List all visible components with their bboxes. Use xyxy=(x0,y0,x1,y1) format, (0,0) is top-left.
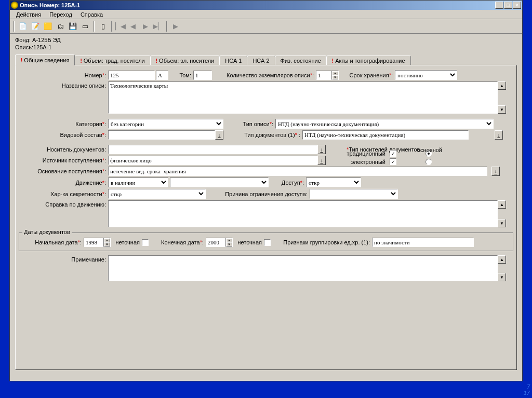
end-inexact-checkbox[interactable] xyxy=(264,239,271,246)
name-textarea[interactable]: Технологические карты xyxy=(108,81,498,114)
carrier-doc-input[interactable] xyxy=(108,145,317,154)
folder-icon[interactable]: 🗂 xyxy=(55,21,66,32)
species-input[interactable] xyxy=(108,130,215,140)
end-date-spinner[interactable]: ▲▼ xyxy=(206,238,233,247)
copies-spinner[interactable]: ▲▼ xyxy=(316,71,339,80)
save-icon[interactable]: 💾 xyxy=(67,21,78,32)
grouping-input[interactable] xyxy=(372,238,474,247)
opis-value: 125А-1 xyxy=(33,44,51,50)
card-icon[interactable]: ▭ xyxy=(79,21,91,32)
category-select[interactable]: без категории xyxy=(108,119,223,129)
movement-ref-label: Справка по движению: xyxy=(19,200,108,208)
first-icon[interactable]: ▏◀ xyxy=(115,21,126,32)
tab-phys[interactable]: Физ. состояние xyxy=(275,56,327,65)
scroll-down-icon[interactable]: ▼ xyxy=(498,105,506,114)
picker-icon[interactable]: ↓ xyxy=(495,130,503,140)
access-select[interactable]: откр xyxy=(306,177,361,187)
source-input[interactable] xyxy=(108,156,317,165)
prev-icon[interactable]: ◀ xyxy=(127,21,139,32)
menu-goto[interactable]: Переход xyxy=(45,10,76,19)
electronic-checkbox[interactable]: ✓ xyxy=(390,158,396,165)
scroll-up-icon[interactable]: ▲ xyxy=(498,200,506,209)
opis-type-label: Тип описи xyxy=(243,121,269,127)
picker-icon[interactable]: ↓ xyxy=(215,130,223,140)
storage-select[interactable]: постоянно xyxy=(395,70,457,80)
toolbar-sep xyxy=(94,21,95,32)
electronic-radio[interactable] xyxy=(425,159,432,165)
electronic-label: электронный xyxy=(341,159,385,165)
scroll-down-icon[interactable]: ▼ xyxy=(498,273,506,281)
flag-icon[interactable]: ▶ xyxy=(170,21,181,32)
species-label: Видовой состав xyxy=(60,132,102,138)
movement-select-2[interactable] xyxy=(170,177,269,187)
number-label: Номер xyxy=(85,72,102,78)
required-icon: ! xyxy=(80,58,82,64)
copy-icon[interactable]: 📄 xyxy=(17,21,29,32)
restrict-reason-select[interactable] xyxy=(310,189,398,199)
doc-type-input[interactable] xyxy=(302,130,469,140)
info-area: Фонд: А-125Б ЭД Опись:125А-1 xyxy=(10,34,522,53)
menu-actions[interactable]: Действия xyxy=(12,10,45,19)
spin-up-icon[interactable]: ▲ xyxy=(226,238,232,242)
source-label: Источник поступления xyxy=(43,157,102,163)
minimize-button[interactable]: _ xyxy=(495,2,503,9)
number-input[interactable] xyxy=(108,71,155,80)
layout-icon[interactable]: ▯ xyxy=(97,21,109,32)
picker-icon[interactable]: ↓ xyxy=(491,167,500,176)
spin-down-icon[interactable]: ▼ xyxy=(104,242,110,246)
dates-fieldset: Даты документов Начальная дата*: ▲▼ нето… xyxy=(19,232,513,251)
spin-up-icon[interactable]: ▲ xyxy=(104,238,110,242)
opis-label: Опись: xyxy=(15,44,33,50)
spin-down-icon[interactable]: ▼ xyxy=(332,75,338,79)
traditional-checkbox[interactable]: ✓ xyxy=(390,150,396,157)
tab-nsa2[interactable]: НСА 2 xyxy=(247,56,275,65)
start-date-spinner[interactable]: ▲▼ xyxy=(84,238,111,247)
tom-input[interactable] xyxy=(193,71,212,80)
movement-label: Движение xyxy=(75,180,102,186)
secrecy-select[interactable]: откр xyxy=(108,189,206,199)
picker-icon[interactable]: ↓ xyxy=(317,145,326,154)
copies-label: Количество экземпляров описи xyxy=(227,72,310,78)
opis-type-select[interactable]: НТД (научно-техническая документация) xyxy=(275,119,494,129)
name-label: Название описи: xyxy=(19,81,108,89)
note-textarea[interactable] xyxy=(108,255,498,281)
tab-volume-el[interactable]: !Объем: эл. носители xyxy=(150,56,220,65)
toolbar-sep xyxy=(166,21,167,32)
tab-acts[interactable]: !Акты и топографирование xyxy=(326,56,411,65)
spin-up-icon[interactable]: ▲ xyxy=(332,71,338,75)
basis-input[interactable] xyxy=(108,167,487,176)
movement-select[interactable]: в наличии xyxy=(108,177,168,187)
next-icon[interactable]: ▶ xyxy=(140,21,151,32)
scroll-up-icon[interactable]: ▲ xyxy=(498,255,506,264)
number-suffix-input[interactable] xyxy=(156,71,168,80)
start-date-label: Начальная дата xyxy=(35,239,77,245)
edit-icon[interactable]: 📝 xyxy=(30,21,41,32)
scroll-down-icon[interactable]: ▼ xyxy=(498,219,506,227)
spin-down-icon[interactable]: ▼ xyxy=(226,242,232,246)
traditional-label: традиционный xyxy=(341,150,385,157)
tab-nsa1[interactable]: НСА 1 xyxy=(219,56,247,65)
calc-icon[interactable]: 🟨 xyxy=(42,21,54,32)
toolbar-sep xyxy=(111,21,112,32)
movement-ref-textarea[interactable] xyxy=(108,200,498,227)
main-window: Опись Номер: 125А-1 _ □ × Действия Перех… xyxy=(9,0,523,381)
end-date-label: Конечная дата xyxy=(161,239,200,245)
storage-label: Срок хранения xyxy=(350,72,389,78)
start-inexact-checkbox[interactable] xyxy=(142,239,149,246)
menu-help[interactable]: Справка xyxy=(76,10,107,19)
tab-panel: Номер*: Том: Количество экземпляров опис… xyxy=(15,65,517,370)
doc-type-label: Тип документов (1) xyxy=(244,132,295,138)
required-icon: ! xyxy=(21,58,22,63)
tab-volume-trad[interactable]: !Объем: трад. носители xyxy=(74,56,150,65)
inexact-label-2: неточная xyxy=(233,239,264,245)
maximize-button[interactable]: □ xyxy=(504,2,512,9)
scroll-up-icon[interactable]: ▲ xyxy=(498,81,506,90)
corner-numbers: 7 17 xyxy=(524,383,530,396)
menubar: Действия Переход Справка xyxy=(10,10,522,19)
close-button[interactable]: × xyxy=(513,2,521,9)
tab-general[interactable]: !Общие сведения xyxy=(15,54,75,65)
picker-icon[interactable]: ↓ xyxy=(317,156,326,165)
restrict-reason-label: Причина ограничения доступа: xyxy=(206,191,310,197)
last-icon[interactable]: ▶▏ xyxy=(152,21,164,32)
tom-label: Том: xyxy=(168,72,193,78)
